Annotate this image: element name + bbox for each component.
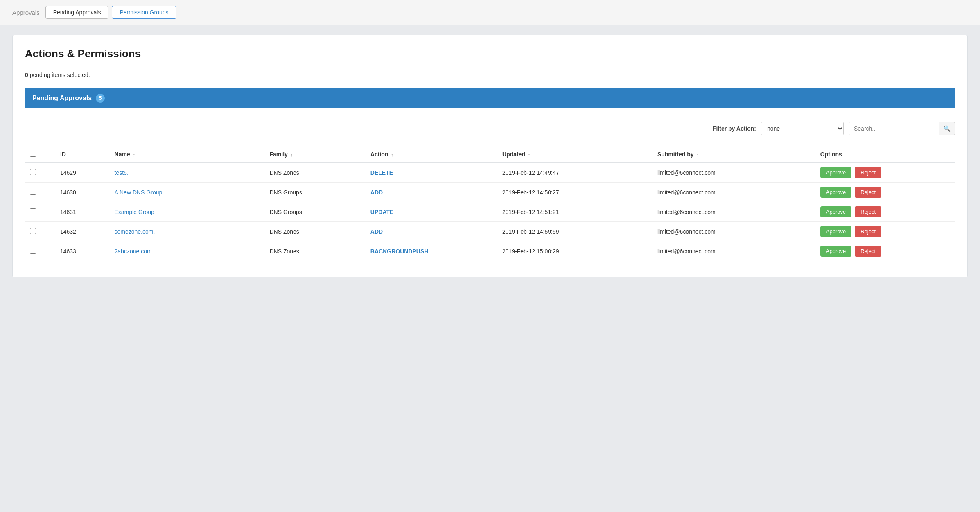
row-checkbox-cell	[25, 241, 55, 261]
row-options: Approve Reject	[815, 162, 955, 183]
row-name-link[interactable]: 2abczone.com.	[115, 248, 154, 255]
table-row: 14631 Example Group DNS Groups UPDATE 20…	[25, 202, 955, 222]
table-row: 14630 A New DNS Group DNS Groups ADD 201…	[25, 183, 955, 202]
table-row: 14632 somezone.com. DNS Zones ADD 2019-F…	[25, 222, 955, 241]
row-updated: 2019-Feb-12 14:59:59	[497, 222, 653, 241]
sort-action-icon: ↕	[391, 152, 393, 157]
pending-items-count: 0 pending items selected.	[25, 72, 955, 78]
permission-groups-tab[interactable]: Permission Groups	[112, 6, 176, 19]
action-label[interactable]: UPDATE	[370, 209, 394, 215]
row-checkbox-4[interactable]	[30, 248, 36, 254]
row-options: Approve Reject	[815, 202, 955, 222]
row-id: 14630	[55, 183, 110, 202]
row-id: 14629	[55, 162, 110, 183]
sort-submitted-icon: ↕	[696, 152, 699, 157]
row-checkbox-cell	[25, 183, 55, 202]
row-family: DNS Groups	[265, 183, 366, 202]
row-updated: 2019-Feb-12 14:51:21	[497, 202, 653, 222]
search-icon: 🔍	[944, 125, 951, 132]
row-submitted-by: limited@6connect.com	[653, 202, 815, 222]
header-name[interactable]: Name ↕	[110, 147, 265, 162]
row-checkbox-cell	[25, 202, 55, 222]
row-checkbox-3[interactable]	[30, 228, 36, 234]
reject-button[interactable]: Reject	[855, 206, 881, 217]
select-all-checkbox[interactable]	[30, 151, 36, 157]
approve-button[interactable]: Approve	[820, 167, 851, 178]
row-name-link[interactable]: Example Group	[115, 209, 154, 215]
reject-button[interactable]: Reject	[855, 246, 881, 257]
row-checkbox-cell	[25, 222, 55, 241]
row-submitted-by: limited@6connect.com	[653, 162, 815, 183]
search-input[interactable]	[849, 122, 939, 135]
row-submitted-by: limited@6connect.com	[653, 241, 815, 261]
row-family: DNS Zones	[265, 222, 366, 241]
row-options: Approve Reject	[815, 241, 955, 261]
row-submitted-by: limited@6connect.com	[653, 222, 815, 241]
approve-button[interactable]: Approve	[820, 246, 851, 257]
pending-items-label: pending items selected.	[30, 72, 90, 78]
row-name: test6.	[110, 162, 265, 183]
header-submitted[interactable]: Submitted by ↕	[653, 147, 815, 162]
action-label[interactable]: ADD	[370, 228, 383, 235]
approve-button[interactable]: Approve	[820, 206, 851, 217]
row-checkbox-0[interactable]	[30, 169, 36, 175]
header-checkbox-col	[25, 147, 55, 162]
reject-button[interactable]: Reject	[855, 187, 881, 198]
row-name: 2abczone.com.	[110, 241, 265, 261]
main-content: Actions & Permissions 0 pending items se…	[0, 25, 980, 287]
row-family: DNS Groups	[265, 202, 366, 222]
nav-label: Approvals	[12, 9, 40, 16]
row-id: 14633	[55, 241, 110, 261]
row-checkbox-1[interactable]	[30, 189, 36, 195]
action-label[interactable]: DELETE	[370, 169, 393, 176]
row-name-link[interactable]: test6.	[115, 169, 129, 176]
top-nav: Approvals Pending Approvals Permission G…	[0, 0, 980, 25]
filter-action-select[interactable]: none ADD DELETE UPDATE BACKGROUNDPUSH	[761, 122, 844, 135]
table-row: 14633 2abczone.com. DNS Zones BACKGROUND…	[25, 241, 955, 261]
row-checkbox-cell	[25, 162, 55, 183]
sort-name-icon: ↕	[133, 152, 135, 157]
pending-count-number: 0	[25, 72, 28, 78]
row-action: BACKGROUNDPUSH	[366, 241, 497, 261]
row-action: DELETE	[366, 162, 497, 183]
search-wrapper: 🔍	[849, 122, 955, 135]
reject-button[interactable]: Reject	[855, 226, 881, 237]
header-action[interactable]: Action ↕	[366, 147, 497, 162]
row-options: Approve Reject	[815, 183, 955, 202]
row-id: 14632	[55, 222, 110, 241]
row-name-link[interactable]: A New DNS Group	[115, 189, 163, 196]
row-checkbox-2[interactable]	[30, 208, 36, 214]
header-family[interactable]: Family ↕	[265, 147, 366, 162]
row-updated: 2019-Feb-12 14:50:27	[497, 183, 653, 202]
sort-family-icon: ↕	[291, 152, 293, 157]
sort-updated-icon: ↕	[528, 152, 531, 157]
action-label[interactable]: BACKGROUNDPUSH	[370, 248, 429, 255]
section-badge: 5	[96, 94, 105, 103]
reject-button[interactable]: Reject	[855, 167, 881, 178]
section-title: Pending Approvals	[32, 95, 92, 102]
row-action: ADD	[366, 183, 497, 202]
row-options: Approve Reject	[815, 222, 955, 241]
row-name-link[interactable]: somezone.com.	[115, 228, 155, 235]
filter-bar: Filter by Action: none ADD DELETE UPDATE…	[25, 117, 955, 142]
row-action: UPDATE	[366, 202, 497, 222]
header-options: Options	[815, 147, 955, 162]
action-label[interactable]: ADD	[370, 189, 383, 196]
row-family: DNS Zones	[265, 162, 366, 183]
search-button[interactable]: 🔍	[939, 122, 955, 135]
row-name: A New DNS Group	[110, 183, 265, 202]
pending-approvals-tab[interactable]: Pending Approvals	[45, 6, 109, 19]
card: Actions & Permissions 0 pending items se…	[12, 35, 968, 277]
row-action: ADD	[366, 222, 497, 241]
row-id: 14631	[55, 202, 110, 222]
table-row: 14629 test6. DNS Zones DELETE 2019-Feb-1…	[25, 162, 955, 183]
row-name: Example Group	[110, 202, 265, 222]
header-id: ID	[55, 147, 110, 162]
approve-button[interactable]: Approve	[820, 226, 851, 237]
section-header: Pending Approvals 5	[25, 88, 955, 108]
row-family: DNS Zones	[265, 241, 366, 261]
approvals-table: ID Name ↕ Family ↕ Action ↕	[25, 147, 955, 261]
header-updated[interactable]: Updated ↕	[497, 147, 653, 162]
approve-button[interactable]: Approve	[820, 187, 851, 198]
row-submitted-by: limited@6connect.com	[653, 183, 815, 202]
